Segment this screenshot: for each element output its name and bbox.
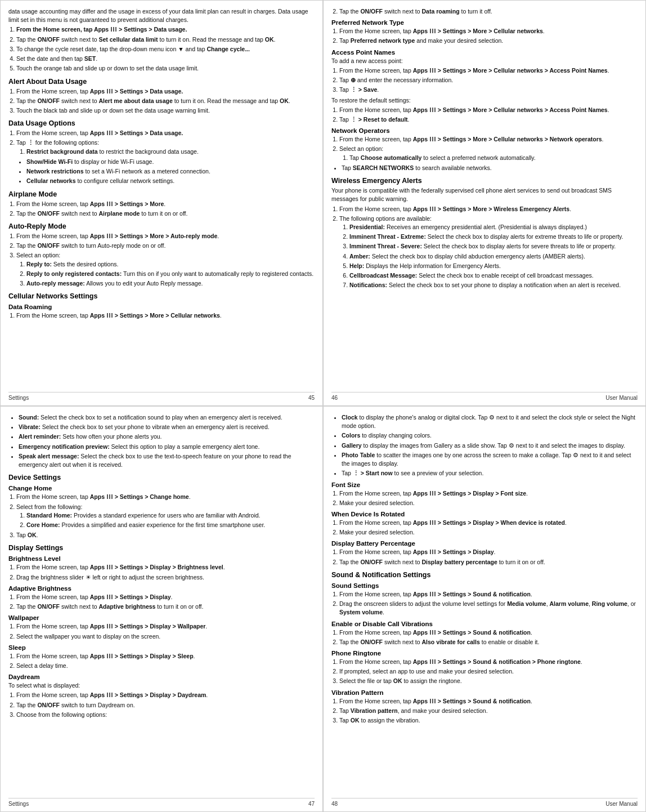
adaptive-brightness-steps: From the Home screen, tap Apps ⁞⁞⁞ > Set… <box>16 593 315 611</box>
restore-default-steps: From the Home screen, tap Apps ⁞⁞⁞ > Set… <box>339 106 638 124</box>
wallpaper-heading: Wallpaper <box>8 614 315 621</box>
enable-disable-vibrations-heading: Enable or Disable Call Vibrations <box>331 621 638 627</box>
panel4-footer-right: User Manual <box>605 801 638 807</box>
panel3-footer-right: 47 <box>308 801 315 807</box>
access-point-steps: From the Home screen, tap Apps ⁞⁞⁞ > Set… <box>339 66 638 95</box>
daydream-heading: Daydream <box>8 673 315 680</box>
wireless-emergency-steps: From the Home screen, tap Apps ⁞⁞⁞ > Set… <box>339 205 638 290</box>
vibration-steps: From the Home screen, tap Apps ⁞⁞⁞ > Set… <box>339 628 638 646</box>
alert-data-steps: From the Home screen, tap Apps ⁞⁞⁞ > Set… <box>16 87 315 115</box>
wallpaper-steps: From the Home screen, tap Apps ⁞⁞⁞ > Set… <box>16 622 315 640</box>
ringtone-steps: From the Home screen, tap Apps ⁞⁞⁞ > Set… <box>339 658 638 686</box>
panel4-footer: 48 User Manual <box>331 798 638 807</box>
panel2-footer: 46 User Manual <box>331 392 638 401</box>
panel1-footer-right: 45 <box>308 395 315 401</box>
network-operators-heading: Network Operators <box>331 127 638 134</box>
wifi-options-list: Show/Hide Wi-Fi to display or hide Wi-Fi… <box>26 158 315 186</box>
adaptive-brightness-heading: Adaptive Brightness <box>8 585 315 592</box>
daydream-steps: From the Home screen, tap Apps ⁞⁞⁞ > Set… <box>16 691 315 719</box>
preferred-network-type-heading: Preferred Network Type <box>331 19 638 26</box>
data-usage-options-heading: Data Usage Options <box>8 119 315 127</box>
data-roaming-steps: From the Home screen, tap Apps ⁞⁞⁞ > Set… <box>16 311 315 320</box>
data-roaming-heading: Data Roaming <box>8 304 315 310</box>
data-usage-options-steps: From the Home screen, tap Apps ⁞⁞⁞ > Set… <box>16 129 315 156</box>
panel3-top-bullets: Sound: Select the check box to set a not… <box>19 413 315 469</box>
panel4-top-bullets: Clock to display the phone's analog or d… <box>342 413 638 478</box>
vibration-pattern-heading: Vibration Pattern <box>331 689 638 696</box>
panel-usermanual-46: Tap the ON/OFF switch next to Data roami… <box>323 0 646 406</box>
vibration-pattern-steps: From the Home screen, tap Apps ⁞⁞⁞ > Set… <box>339 697 638 725</box>
panel3-footer-left: Settings <box>8 801 29 807</box>
display-settings-heading: Display Settings <box>8 544 315 552</box>
auto-reply-steps: From the Home screen, tap Apps ⁞⁞⁞ > Set… <box>16 232 315 288</box>
network-operators-options: Tap Choose automatically to select a pre… <box>349 154 638 162</box>
restore-default-desc: To restore the default settings: <box>331 96 638 105</box>
phone-ringtone-heading: Phone Ringtone <box>331 650 638 657</box>
panel2-footer-left: 46 <box>331 395 338 401</box>
device-settings-heading: Device Settings <box>8 474 315 481</box>
auto-reply-mode-heading: Auto-Reply Mode <box>8 222 315 230</box>
when-rotated-heading: When Device Is Rotated <box>331 511 638 517</box>
panel-usermanual-48: Clock to display the phone's analog or d… <box>323 406 646 812</box>
change-home-options: Standard Home: Provides a standard exper… <box>26 511 315 529</box>
panel1-footer-left: Settings <box>8 395 29 401</box>
wireless-emergency-alerts-heading: Wireless Emergency Alerts <box>331 177 638 185</box>
panel-settings-47: Sound: Select the check box to set a not… <box>0 406 323 812</box>
change-home-heading: Change Home <box>8 485 315 492</box>
change-home-steps: From the Home screen, tap Apps ⁞⁞⁞ > Set… <box>16 493 315 539</box>
access-point-names-heading: Access Point Names <box>331 49 638 56</box>
sound-settings-steps: From the Home screen, tap Apps ⁞⁞⁞ > Set… <box>339 590 638 617</box>
brightness-steps: From the Home screen, tap Apps ⁞⁞⁞ > Set… <box>16 563 315 581</box>
alert-data-usage-heading: Alert About Data Usage <box>8 78 315 86</box>
data-usage-options-list: Restrict background data to restrict the… <box>26 148 315 156</box>
airplane-mode-heading: Airplane Mode <box>8 190 315 198</box>
font-size-heading: Font Size <box>331 481 638 488</box>
search-networks-list: Tap SEARCH NETWORKS to search available … <box>342 164 638 172</box>
font-size-steps: From the Home screen, tap Apps ⁞⁞⁞ > Set… <box>339 489 638 507</box>
daydream-desc: To select what is displayed: <box>8 681 315 690</box>
sound-settings-heading: Sound Settings <box>331 582 638 589</box>
cellular-networks-settings-heading: Cellular Networks Settings <box>8 292 315 300</box>
sleep-steps: From the Home screen, tap Apps ⁞⁞⁞ > Set… <box>16 652 315 670</box>
battery-steps: From the Home screen, tap Apps ⁞⁞⁞ > Set… <box>339 548 638 566</box>
when-rotated-steps: From the Home screen, tap Apps ⁞⁞⁞ > Set… <box>339 519 638 537</box>
battery-percentage-heading: Display Battery Percentage <box>331 540 638 547</box>
auto-reply-options: Reply to: Sets the desired options. Repl… <box>26 260 315 288</box>
sleep-heading: Sleep <box>8 644 315 651</box>
sound-notification-heading: Sound & Notification Settings <box>331 571 638 579</box>
page-layout: data usage accounting may differ and the… <box>0 0 646 812</box>
access-point-desc: To add a new access point: <box>331 57 638 65</box>
wireless-emergency-options: Presidential: Receives an emergency pres… <box>349 223 638 290</box>
panel4-footer-left: 48 <box>331 801 338 807</box>
panel1-steps-top: From the Home screen, tap Apps ⁞⁞⁞ > Set… <box>16 25 315 73</box>
panel-settings-45: data usage accounting may differ and the… <box>0 0 323 406</box>
brightness-level-heading: Brightness Level <box>8 555 315 562</box>
preferred-network-steps: From the Home screen, tap Apps ⁞⁞⁞ > Set… <box>339 27 638 45</box>
panel2-footer-right: User Manual <box>605 395 638 401</box>
network-operators-steps: From the Home screen, tap Apps ⁞⁞⁞ > Set… <box>339 135 638 162</box>
airplane-mode-steps: From the Home screen, tap Apps ⁞⁞⁞ > Set… <box>16 200 315 218</box>
panel2-steps-top: Tap the ON/OFF switch next to Data roami… <box>339 7 638 16</box>
wireless-emergency-desc: Your phone is compatible with the federa… <box>331 186 638 203</box>
panel3-footer: Settings 47 <box>8 798 315 807</box>
panel1-footer: Settings 45 <box>8 392 315 401</box>
panel1-intro: data usage accounting may differ and the… <box>8 7 315 24</box>
